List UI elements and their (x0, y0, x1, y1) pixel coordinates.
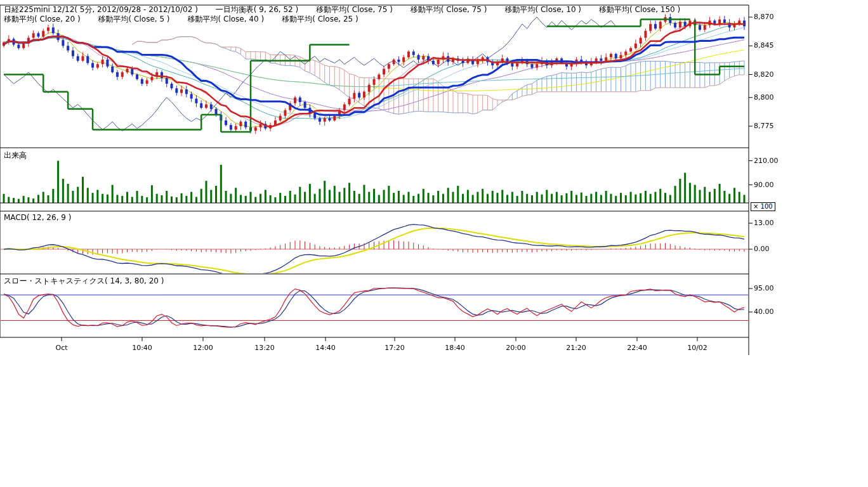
indicator-header-row1: 日経225mini 12/12( 5分, 2012/09/28 - 2012/1… (4, 6, 680, 14)
x-axis-label: Oct (55, 344, 67, 352)
x-axis-label: 22:40 (627, 344, 647, 352)
macd-panel-title: MACD( 12, 26, 9 ) (4, 214, 71, 222)
price-axis-label: 8,870 (754, 13, 774, 21)
x-axis-label: 17:20 (385, 344, 405, 352)
indicator-label: 移動平均( Close, 10 ) (504, 6, 581, 14)
x-axis-label: 13:20 (254, 344, 275, 352)
indicator-label: 移動平均( Close, 75 ) (316, 6, 393, 14)
x-axis-label: 10/02 (687, 344, 707, 352)
x-axis-label: 18:40 (445, 344, 465, 352)
indicator-label: 移動平均( Close, 20 ) (4, 15, 81, 23)
indicator-label: 移動平均( Close, 150 ) (599, 6, 680, 14)
stoch-panel-title: スロー・ストキャスティクス( 14, 3, 80, 20 ) (4, 277, 164, 285)
indicator-label: 移動平均( Close, 75 ) (411, 6, 487, 14)
indicator-header-row2: 移動平均( Close, 20 )移動平均( Close, 5 )移動平均( C… (4, 15, 358, 23)
volume-panel-title: 出来高 (4, 152, 27, 160)
x-axis-label: 12:00 (193, 344, 213, 352)
stoch-axis-label: 95.00 (754, 285, 774, 292)
macd-axis-label: 0.00 (754, 245, 770, 253)
stoch-axis-label: 40.00 (754, 308, 774, 316)
x-axis-label: 10:40 (132, 344, 152, 352)
volume-multiplier-badge: × 100 (751, 202, 775, 211)
indicator-label: 移動平均( Close, 40 ) (188, 15, 265, 23)
chart-canvas[interactable] (0, 0, 868, 487)
indicator-label: 一目均衡表( 9, 26, 52 ) (216, 6, 298, 14)
volume-axis-label: 210.00 (754, 157, 779, 165)
indicator-label: 移動平均( Close, 25 ) (282, 15, 358, 23)
macd-axis-label: 13.00 (754, 219, 774, 227)
price-axis-label: 8,845 (754, 42, 774, 49)
price-axis-label: 8,820 (754, 71, 774, 79)
x-axis-label: 20:00 (506, 344, 526, 352)
indicator-label: 移動平均( Close, 5 ) (98, 15, 170, 23)
price-axis-label: 8,800 (754, 94, 774, 101)
price-axis-label: 8,775 (754, 122, 774, 130)
indicator-label: 日経225mini 12/12( 5分, 2012/09/28 - 2012/1… (4, 6, 198, 14)
chart-app-window: 日経225mini 12/12( 5分, 2012/09/28 - 2012/1… (0, 0, 868, 487)
x-axis-label: 14:40 (315, 344, 336, 352)
volume-axis-label: 90.00 (754, 181, 774, 189)
x-axis-label: 21:20 (566, 344, 586, 352)
